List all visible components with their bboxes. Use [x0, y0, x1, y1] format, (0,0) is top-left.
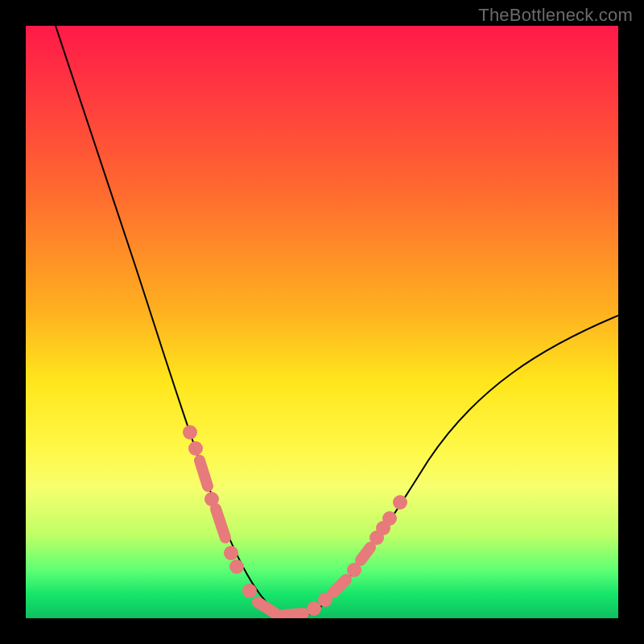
svg-line-14	[361, 547, 370, 560]
chart-svg	[26, 26, 618, 618]
chart-plot-area	[26, 26, 618, 618]
svg-line-9	[283, 613, 303, 615]
svg-line-2	[200, 460, 208, 486]
svg-point-17	[382, 511, 397, 526]
chart-frame: TheBottleneck.com	[0, 0, 644, 644]
svg-point-6	[229, 559, 244, 574]
svg-line-12	[333, 580, 346, 592]
svg-point-7	[242, 584, 257, 598]
svg-point-1	[188, 441, 203, 456]
highlight-dots	[183, 425, 407, 616]
svg-point-10	[307, 601, 321, 616]
svg-point-0	[183, 425, 197, 440]
svg-line-4	[216, 509, 225, 538]
svg-point-18	[393, 495, 407, 510]
bottleneck-curve	[56, 26, 618, 617]
svg-line-8	[258, 602, 275, 613]
watermark-text: TheBottleneck.com	[478, 5, 633, 26]
svg-point-5	[224, 546, 238, 560]
